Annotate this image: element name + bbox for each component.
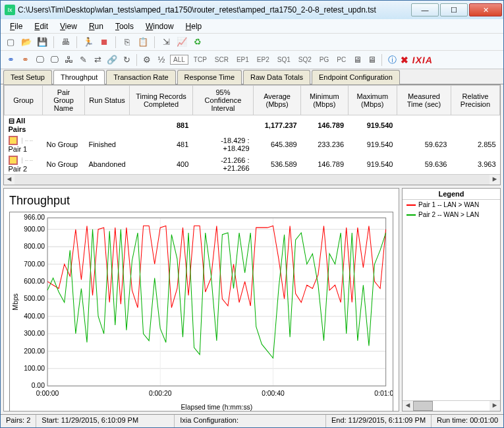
scroll-right-icon[interactable]: ► — [490, 401, 500, 411]
scroll-track[interactable] — [14, 175, 490, 185]
save-icon[interactable]: 💾 — [36, 36, 48, 48]
legend-item[interactable]: Pair 2 -- WAN > LAN — [403, 210, 500, 220]
paste-icon[interactable]: 📋 — [137, 36, 149, 48]
legend-title: Legend — [403, 189, 500, 200]
filter-all[interactable]: ALL — [170, 55, 188, 65]
pair-icon[interactable]: ⚭ — [5, 54, 16, 66]
refresh2-icon[interactable]: ↻ — [121, 54, 132, 66]
close-button[interactable]: ✕ — [469, 3, 502, 16]
table-row[interactable]: ┊┈┈ Pair 2 No Group Abandoned 400 -21.26… — [5, 154, 500, 174]
tab-endpoint-config[interactable]: Endpoint Configuration — [312, 70, 400, 84]
col-avg[interactable]: Average (Mbps) — [254, 86, 301, 115]
monitor2-icon[interactable]: 🖥 — [366, 54, 378, 66]
col-max[interactable]: Maximum (Mbps) — [348, 86, 397, 115]
filter-pc[interactable]: PC — [334, 55, 349, 65]
cell-prec: 2.855 — [451, 135, 499, 154]
legend-item[interactable]: Pair 1 -- LAN > WAN — [403, 200, 500, 210]
expand-icon[interactable]: ⊟ — [9, 117, 14, 125]
legend-swatch — [406, 214, 416, 216]
print-icon[interactable]: 🖶 — [59, 36, 71, 48]
info-icon[interactable]: ⓘ — [386, 54, 398, 66]
menu-window[interactable]: Window — [140, 20, 179, 32]
svg-text:400.00: 400.00 — [24, 313, 45, 320]
tab-response-time[interactable]: Response Time — [177, 70, 242, 84]
menu-tools[interactable]: Tools — [110, 20, 139, 32]
scroll-left-icon[interactable]: ◄ — [403, 401, 413, 411]
svg-text:0.00: 0.00 — [32, 382, 45, 389]
col-ci[interactable]: 95% Confidence Interval — [192, 86, 253, 115]
tool3-icon[interactable]: 🖧 — [63, 54, 74, 66]
sort-icon[interactable]: ½ — [155, 54, 167, 66]
new-icon[interactable]: ▢ — [5, 36, 16, 48]
totals-max: 919.540 — [348, 115, 397, 135]
svg-text:0:00:40: 0:00:40 — [262, 390, 285, 397]
menu-file[interactable]: File — [5, 20, 28, 32]
chart-icon[interactable]: 📈 — [176, 36, 188, 48]
filter-ep1[interactable]: EP1 — [234, 55, 252, 65]
menu-help[interactable]: Help — [181, 20, 208, 32]
tab-throughput[interactable]: Throughput — [53, 70, 105, 84]
tab-raw-data[interactable]: Raw Data Totals — [243, 70, 310, 84]
stop-icon[interactable]: ⏹ — [98, 36, 110, 48]
svg-rect-30 — [47, 218, 386, 386]
maximize-button[interactable]: ☐ — [440, 3, 468, 16]
cell-timing: 400 — [130, 154, 193, 174]
brand-logo: ✖ IXIA — [401, 55, 433, 65]
tab-test-setup[interactable]: Test Setup — [3, 70, 52, 84]
scroll-track[interactable] — [433, 401, 490, 411]
filter-ep2[interactable]: EP2 — [254, 55, 272, 65]
minimize-button[interactable]: — — [411, 3, 439, 16]
run-icon[interactable]: 🏃 — [82, 36, 94, 48]
tree-line: ┊┈┈ — [20, 138, 34, 144]
svg-text:300.00: 300.00 — [24, 330, 45, 337]
legend-label: Pair 2 -- WAN > LAN — [418, 211, 479, 218]
legend-hscroll[interactable]: ◄ ► — [403, 400, 500, 411]
totals-min: 146.789 — [301, 115, 348, 135]
table-row[interactable]: ┊┈┈ Pair 1 No Group Finished 481 -18.429… — [5, 135, 500, 154]
status-runtime: Run time: 00:01:00 — [432, 415, 503, 427]
link-icon[interactable]: 🔗 — [106, 54, 118, 66]
edit-icon[interactable]: ✎ — [77, 54, 89, 66]
main-tabs: Test Setup Throughput Transaction Rate R… — [1, 69, 503, 84]
copy-icon[interactable]: ⎘ — [121, 36, 133, 48]
export-icon[interactable]: ⇲ — [160, 36, 172, 48]
cell-min: 146.789 — [301, 154, 348, 174]
scroll-right-icon[interactable]: ► — [490, 175, 500, 185]
filter-tcp[interactable]: TCP — [191, 55, 210, 65]
col-min[interactable]: Minimum (Mbps) — [301, 86, 348, 115]
cell-max: 919.540 — [348, 154, 397, 174]
col-meastime[interactable]: Measured Time (sec) — [397, 86, 451, 115]
col-runstatus[interactable]: Run Status — [84, 86, 129, 115]
tool-icon[interactable]: 🖵 — [34, 54, 45, 66]
titlebar[interactable]: Ix C:\Users\Tim\Desktop\wlan_tests\amped… — [1, 1, 503, 19]
scroll-thumb[interactable] — [413, 401, 433, 411]
monitor-icon[interactable]: 🖥 — [351, 54, 363, 66]
tab-transaction-rate[interactable]: Transaction Rate — [106, 70, 175, 84]
col-pairgroup[interactable]: Pair Group Name — [43, 86, 85, 115]
pair2-icon[interactable]: ⚭ — [19, 54, 31, 66]
swap-icon[interactable]: ⇄ — [92, 54, 103, 66]
open-icon[interactable]: 📂 — [20, 36, 32, 48]
pair-icon — [9, 136, 18, 145]
cell-pgname: No Group — [43, 135, 85, 154]
filter-pg[interactable]: PG — [317, 55, 331, 65]
scroll-left-icon[interactable]: ◄ — [4, 175, 14, 185]
tool2-icon[interactable]: 🖵 — [48, 54, 60, 66]
col-group[interactable]: Group — [5, 86, 43, 115]
chart-box: 0.00100.00200.00300.00400.00500.00600.00… — [9, 212, 393, 412]
col-prec[interactable]: Relative Precision — [451, 86, 499, 115]
filter-icon[interactable]: ⚙ — [141, 54, 153, 66]
filter-sq2[interactable]: SQ2 — [296, 55, 314, 65]
table-hscroll[interactable]: ◄ ► — [4, 174, 500, 185]
svg-text:Elapsed time (h:mm:ss): Elapsed time (h:mm:ss) — [181, 404, 252, 411]
menu-run[interactable]: Run — [84, 20, 109, 32]
cell-group: Pair 2 — [9, 165, 28, 173]
pair-icon — [9, 156, 18, 165]
col-timing[interactable]: Timing Records Completed — [130, 86, 193, 115]
menu-edit[interactable]: Edit — [29, 20, 53, 32]
filter-scr[interactable]: SCR — [212, 55, 231, 65]
menu-view[interactable]: View — [55, 20, 82, 32]
refresh-icon[interactable]: ♻ — [192, 36, 204, 48]
table-row-totals[interactable]: ⊟ All Pairs 881 1,177.237 146.789 919.54… — [5, 115, 500, 135]
filter-sq1[interactable]: SQ1 — [275, 55, 293, 65]
